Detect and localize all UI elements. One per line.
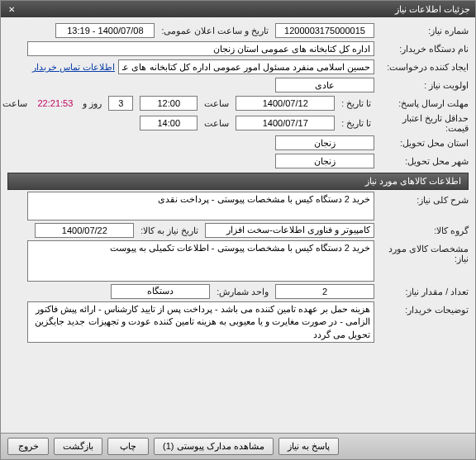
group-label: گروه کالا: xyxy=(378,225,469,235)
bottom-toolbar: خروج بازگشت چاپ مشاهده مدارک پیوستی (1) … xyxy=(1,433,475,459)
back-button[interactable]: بازگشت xyxy=(54,438,102,455)
contact-link[interactable]: اطلاعات تماس خریدار xyxy=(32,62,115,72)
days-remaining-field[interactable] xyxy=(108,96,133,111)
need-date-label: تاریخ نیاز به کالا: xyxy=(140,225,198,235)
group-field[interactable] xyxy=(205,223,374,238)
valid-time-field[interactable] xyxy=(140,116,198,130)
print-button[interactable]: چاپ xyxy=(107,438,149,455)
time-label-1: ساعت xyxy=(204,98,229,108)
desc-field[interactable] xyxy=(27,192,374,221)
close-icon[interactable]: ✕ xyxy=(6,3,17,15)
spec-label: مشخصات کالای مورد نیاز: xyxy=(378,240,469,263)
qty-field[interactable] xyxy=(275,284,374,299)
unit-label: واحد شمارش: xyxy=(217,287,269,296)
deadline-date-field[interactable] xyxy=(236,96,335,111)
to-date-label-2: تا تاریخ : xyxy=(341,118,371,128)
window-title: جزئیات اطلاعات نیاز xyxy=(395,4,470,15)
buyer-label: نام دستگاه خریدار: xyxy=(378,44,469,54)
requester-field[interactable] xyxy=(118,59,374,74)
deadline-label: مهلت ارسال پاسخ: xyxy=(378,98,469,108)
unit-field[interactable] xyxy=(111,284,210,299)
announce-field[interactable] xyxy=(55,23,155,38)
province-label: استان محل تحویل: xyxy=(378,138,469,148)
notes-label: توضیحات خریدار: xyxy=(378,301,469,315)
goods-section-header: اطلاعات کالاهای مورد نیاز xyxy=(7,173,469,190)
need-number-field[interactable] xyxy=(275,23,374,38)
days-label: روز و xyxy=(83,98,102,108)
content-area: شماره نیاز: تاریخ و ساعت اعلان عمومی: نا… xyxy=(1,17,475,433)
exit-button[interactable]: خروج xyxy=(7,438,49,455)
priority-label: اولویت نیاز : xyxy=(378,80,469,90)
valid-date-field[interactable] xyxy=(236,116,335,130)
province-field[interactable] xyxy=(275,135,374,150)
time-label-2: ساعت xyxy=(204,118,229,128)
deadline-time-field[interactable] xyxy=(140,96,198,111)
priority-field[interactable] xyxy=(275,78,374,92)
desc-label: شرح کلی نیاز: xyxy=(378,192,469,205)
remain-label: ساعت باقی مانده xyxy=(1,98,27,108)
qty-label: تعداد / مقدار نیاز: xyxy=(378,287,469,296)
reply-button[interactable]: پاسخ به نیاز xyxy=(278,438,339,455)
requester-label: ایجاد کننده درخواست: xyxy=(378,62,469,72)
to-date-label-1: تا تاریخ : xyxy=(341,98,371,108)
need-date-field[interactable] xyxy=(35,223,134,238)
buyer-field[interactable] xyxy=(27,41,374,56)
title-bar: جزئیات اطلاعات نیاز ✕ xyxy=(1,1,475,17)
city-label: شهر محل تحویل: xyxy=(378,156,469,166)
need-number-label: شماره نیاز: xyxy=(378,26,469,36)
countdown-timer: 22:21:53 xyxy=(34,98,76,108)
announce-label: تاریخ و ساعت اعلان عمومی: xyxy=(161,26,269,36)
notes-field[interactable] xyxy=(27,301,374,343)
city-field[interactable] xyxy=(275,154,374,168)
attachments-button[interactable]: مشاهده مدارک پیوستی (1) xyxy=(154,438,274,455)
min-validity-label: حداقل تاریخ اعتبار قیمت: xyxy=(378,113,469,133)
spec-field[interactable] xyxy=(27,240,374,282)
window-frame: جزئیات اطلاعات نیاز ✕ شماره نیاز: تاریخ … xyxy=(0,0,476,460)
